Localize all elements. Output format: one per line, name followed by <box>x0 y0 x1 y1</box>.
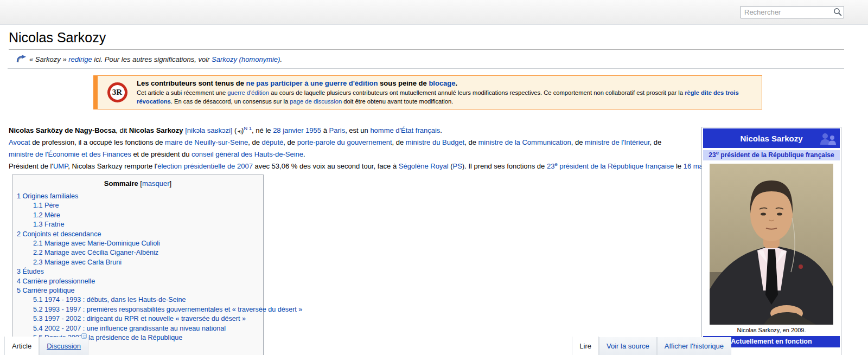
portrait-caption: Nicolas Sarkozy, en 2009. <box>703 327 840 333</box>
search-box <box>740 6 844 18</box>
wiki-link[interactable]: ministre du Budget <box>406 138 464 146</box>
toc-link[interactable]: 5.2 1993 - 1997 : premières responsabili… <box>33 306 302 313</box>
toc-link[interactable]: 2.3 Mariage avec Carla Bruni <box>33 259 122 266</box>
toc-link[interactable]: 1.1 Père <box>33 202 59 209</box>
wiki-link[interactable]: 1955 <box>305 126 321 134</box>
wiki-link[interactable]: masquer <box>142 179 170 188</box>
tab-voir-la-source[interactable]: Voir la source <box>599 337 657 355</box>
search-input[interactable] <box>740 6 844 18</box>
toc-item: 2 Conjoints et descendance <box>12 230 259 239</box>
toc-item: 5.2 1993 - 1997 : premières responsabili… <box>12 305 259 314</box>
wiki-link[interactable]: maire de Neuilly-sur-Seine <box>165 138 248 146</box>
tab-afficher-historique-label: Afficher l'historique <box>665 342 724 350</box>
politician-icon <box>819 132 837 147</box>
wiki-link[interactable]: Avocat <box>9 138 30 146</box>
infobox-header: Nicolas Sarkozy <box>703 128 840 148</box>
toc-title: Sommaire <box>104 179 138 188</box>
wiki-link[interactable]: Sarkozy (homonymie) <box>212 55 280 63</box>
edit-war-warning-banner: 3R Les contributeurs sont tenus de ne pa… <box>93 75 762 109</box>
toc-item: 1 Origines familiales <box>12 192 259 201</box>
table-of-contents: Sommaire [masquer] 1 Origines familiales… <box>12 175 264 355</box>
search-icon[interactable] <box>833 8 842 17</box>
bold-text: . <box>456 79 458 87</box>
footnote-link[interactable]: N 1 <box>244 125 252 131</box>
toc-item: 5.3 1997 - 2002 : dirigeant du RPR et no… <box>12 314 259 324</box>
wiki-link[interactable]: PS <box>452 162 462 170</box>
toc-link[interactable]: 2 Conjoints et descendance <box>17 230 101 238</box>
superscript: N 1 <box>244 125 252 131</box>
page-title: Nicolas Sarkozy <box>9 30 844 50</box>
toc-link[interactable]: 4 Carrière professionnelle <box>17 277 95 285</box>
toc-link[interactable]: 1 Origines familiales <box>17 192 78 200</box>
toc-item: 1.3 Fratrie <box>12 220 259 229</box>
infobox-title: Nicolas Sarkozy <box>740 134 802 143</box>
toc-link[interactable]: 2.2 Mariage avec Cécilia Ciganer-Albéniz <box>33 249 158 256</box>
toc-item: 3 Études <box>12 267 259 276</box>
wiki-link[interactable]: 28 janvier <box>273 126 303 134</box>
toc-title-row: Sommaire [masquer] <box>12 179 263 188</box>
audio-speaker-icon[interactable]: ◄) <box>237 129 241 134</box>
toc-item: 1.1 Père <box>12 201 259 210</box>
toc-item: 5 Carrière politique <box>12 286 259 295</box>
infobox-subtitle: 23e président de la République française <box>703 150 840 160</box>
tab-voir-la-source-label: Voir la source <box>607 342 649 350</box>
three-revert-rule-icon: 3R <box>107 82 127 102</box>
toc-link[interactable]: 5.3 1997 - 2002 : dirigeant du RPR et no… <box>33 315 246 322</box>
toc-item: 5.1 1974 - 1993 : débuts, dans les Hauts… <box>12 295 259 305</box>
toc-link[interactable]: 1.3 Fratrie <box>33 221 64 228</box>
wiki-link[interactable]: élection présidentielle de 2007 <box>157 162 253 170</box>
horizontal-rule <box>8 68 844 69</box>
wiki-link[interactable]: blocage <box>429 79 455 87</box>
toc-item: 2.1 Mariage avec Marie-Dominique Culioli <box>12 239 259 248</box>
wiki-link[interactable]: ministre de l'Économie et des Finances <box>9 150 131 158</box>
toc-link[interactable]: 5.4 2002 - 2007 : une influence grandiss… <box>33 325 226 332</box>
tab-afficher-historique[interactable]: Afficher l'historique <box>657 337 731 355</box>
wiki-link[interactable]: guerre d'édition <box>227 89 269 96</box>
wiki-link[interactable]: 23e président de la République française <box>547 162 674 170</box>
toc-item: 2.2 Mariage avec Cécilia Ciganer-Albéniz <box>12 248 259 257</box>
tab-article[interactable]: Article <box>4 337 39 355</box>
wiki-link[interactable]: porte-parole du gouvernement <box>297 138 392 146</box>
tab-lire-label: Lire <box>579 342 591 350</box>
bold-text: Nicolas Sarkozy <box>129 126 183 134</box>
toc-link[interactable]: 1.2 Mère <box>33 211 60 219</box>
wiki-link[interactable]: ministre de la Communication <box>478 138 571 146</box>
header-divider <box>0 24 868 25</box>
wiki-link[interactable]: ne pas participer à une guerre d'édition <box>246 79 378 87</box>
toc-item: 5.4 2002 - 2007 : une influence grandiss… <box>12 324 259 333</box>
wiki-link[interactable]: page de discussion <box>290 98 342 105</box>
bold-text: Nicolas Sarközy de Nagy-Bocsa <box>9 126 116 134</box>
toc-list: 1 Origines familiales1.1 Père1.2 Mère1.3… <box>12 188 263 354</box>
wiki-link[interactable]: [nikɔla saʁkɔzi] <box>185 126 232 134</box>
toc-item: 4 Carrière professionnelle <box>12 277 259 286</box>
wikipedia-article-page: Article Discussion Lire Voir la source A… <box>0 0 868 355</box>
toc-toggle[interactable]: [masquer] <box>140 179 171 188</box>
tab-lire[interactable]: Lire <box>572 337 599 355</box>
intro-paragraph-2: Avocat de profession, il a occupé les fo… <box>9 137 688 160</box>
wiki-link[interactable]: député <box>262 138 284 146</box>
warning-text: Les contributeurs sont tenus de ne pas p… <box>137 76 762 109</box>
wiki-link[interactable]: conseil général des Hauts-de-Seine <box>192 150 303 158</box>
wiki-link[interactable]: UMP <box>53 162 68 170</box>
toc-link[interactable]: 3 Études <box>17 268 44 275</box>
wiki-link[interactable]: Paris <box>329 126 346 134</box>
top-tab-bar <box>0 0 868 25</box>
toc-link[interactable]: 2.1 Mariage avec Marie-Dominique Culioli <box>33 240 160 247</box>
wiki-link[interactable]: ministre de l'Intérieur <box>585 138 650 146</box>
talk-page-icon <box>81 333 87 339</box>
wiki-link[interactable]: homme d'État français <box>370 126 440 134</box>
warning-headline: Les contributeurs sont tenus de ne pas p… <box>137 79 755 87</box>
namespace-tabs: Article Discussion <box>4 337 88 355</box>
toc-link[interactable]: 5.1 1974 - 1993 : débuts, dans les Hauts… <box>33 296 186 304</box>
wiki-link[interactable]: redirige <box>68 55 92 63</box>
tab-article-label: Article <box>12 342 31 350</box>
superscript: e <box>716 150 719 156</box>
bold-text: sous peine de <box>378 79 429 87</box>
tab-discussion[interactable]: Discussion <box>39 337 88 355</box>
view-tabs: Lire Voir la source Afficher l'historiqu… <box>572 337 731 355</box>
portrait-image <box>710 164 833 325</box>
infobox-president: Nicolas Sarkozy 23e président de la Répu… <box>701 127 841 355</box>
hatnote: « Sarkozy » redirige ici. Pour les autre… <box>29 55 282 63</box>
toc-link[interactable]: 5 Carrière politique <box>17 287 74 294</box>
wiki-link[interactable]: Ségolène Royal <box>399 162 449 170</box>
